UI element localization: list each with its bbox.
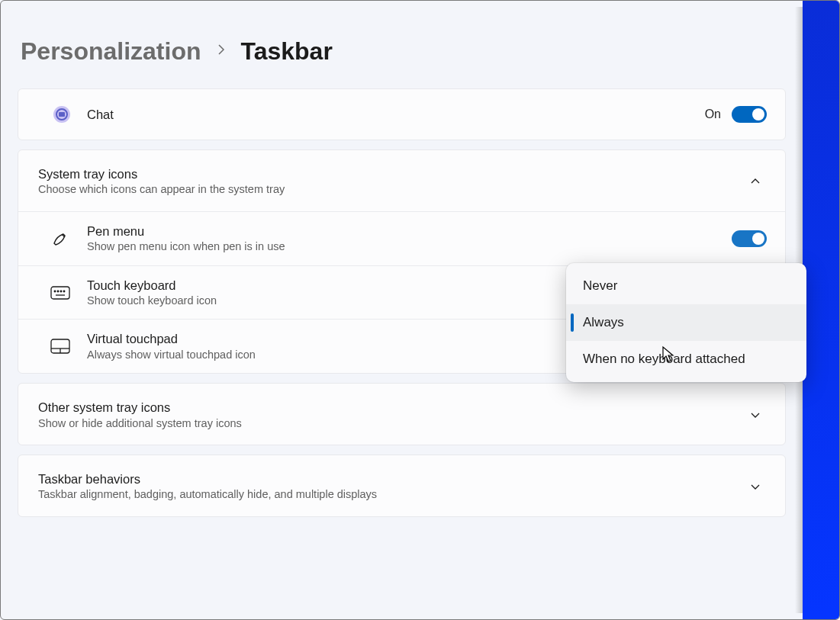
pen-menu-row[interactable]: Pen menu Show pen menu icon when pen is … (18, 211, 785, 265)
page-title: Taskbar (241, 37, 333, 66)
chevron-up-icon (744, 175, 767, 188)
dropdown-option-always[interactable]: Always (566, 304, 806, 341)
system-tray-title: System tray icons (38, 165, 736, 182)
other-tray-sub: Show or hide additional system tray icon… (38, 416, 736, 432)
other-tray-card: Other system tray icons Show or hide add… (18, 383, 786, 445)
chat-toggle[interactable] (732, 106, 767, 123)
chat-icon (50, 106, 73, 123)
chevron-down-icon (744, 409, 767, 421)
svg-point-2 (57, 291, 59, 292)
chat-row[interactable]: Chat On (18, 89, 785, 140)
other-tray-header[interactable]: Other system tray icons Show or hide add… (18, 384, 785, 445)
chevron-down-icon (744, 480, 767, 493)
svg-point-3 (60, 291, 62, 292)
chat-state-label: On (705, 108, 721, 121)
desktop-edge (803, 1, 839, 619)
pen-menu-sub: Show pen menu icon when pen is in use (87, 239, 732, 255)
dropdown-option-when-no-keyboard[interactable]: When no keyboard attached (566, 341, 806, 377)
pen-menu-toggle[interactable] (732, 230, 767, 247)
chat-label: Chat (87, 106, 705, 123)
pen-icon (49, 230, 72, 248)
system-tray-header[interactable]: System tray icons Choose which icons can… (18, 150, 785, 211)
taskbar-behaviors-sub: Taskbar alignment, badging, automaticall… (38, 487, 736, 503)
chevron-right-icon (217, 41, 226, 61)
other-tray-title: Other system tray icons (38, 399, 736, 416)
svg-point-4 (63, 291, 65, 292)
taskbar-behaviors-title: Taskbar behaviors (38, 471, 736, 487)
keyboard-icon (49, 286, 72, 300)
breadcrumb: Personalization Taskbar (18, 37, 786, 66)
breadcrumb-parent[interactable]: Personalization (21, 37, 201, 66)
system-tray-sub: Choose which icons can appear in the sys… (38, 182, 736, 198)
svg-point-1 (54, 291, 56, 292)
taskbar-behaviors-header[interactable]: Taskbar behaviors Taskbar alignment, bad… (18, 455, 785, 516)
touch-keyboard-dropdown: Never Always When no keyboard attached (566, 263, 806, 382)
dropdown-option-never[interactable]: Never (566, 268, 806, 304)
taskbar-behaviors-card: Taskbar behaviors Taskbar alignment, bad… (18, 455, 786, 517)
svg-rect-0 (51, 287, 69, 299)
touchpad-icon (49, 339, 72, 354)
chat-card: Chat On (18, 88, 786, 140)
pen-menu-title: Pen menu (87, 223, 732, 239)
